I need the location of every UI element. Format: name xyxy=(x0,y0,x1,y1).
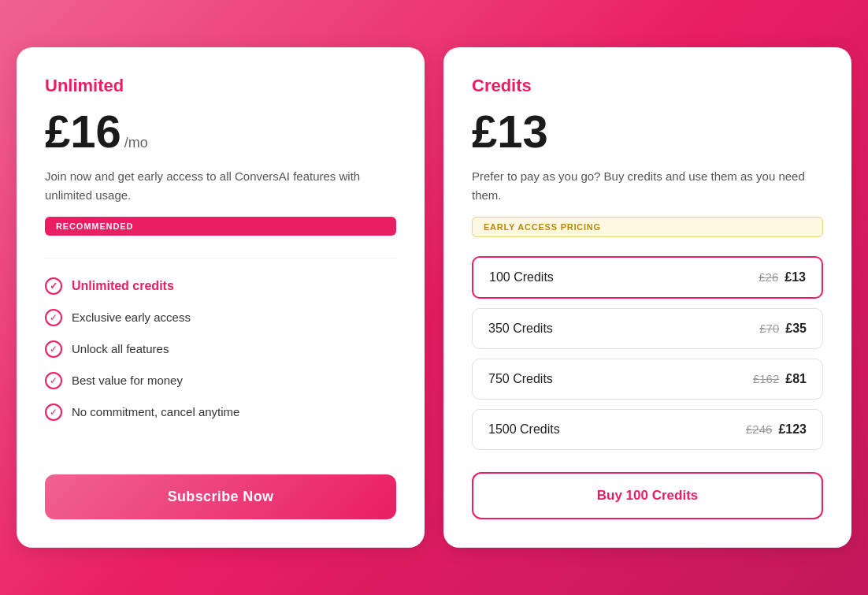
check-icon-5: ✓ xyxy=(45,403,62,421)
credit-option-750-new-price: £81 xyxy=(785,372,807,386)
check-icon-1: ✓ xyxy=(45,277,62,295)
feature-item-1: ✓ Unlimited credits xyxy=(45,277,396,295)
check-icon-3: ✓ xyxy=(45,340,62,358)
credit-option-350-new-price: £35 xyxy=(785,322,807,336)
credit-option-350[interactable]: 350 Credits £70 £35 xyxy=(472,308,823,349)
check-icon-4: ✓ xyxy=(45,372,62,389)
early-access-badge: EARLY ACCESS PRICING xyxy=(472,217,823,237)
credits-options-list: 100 Credits £26 £13 350 Credits £70 £35 … xyxy=(472,256,823,450)
feature-label-3: Unlock all features xyxy=(72,342,169,355)
buy-btn-suffix: Credits xyxy=(652,488,699,503)
feature-item-3: ✓ Unlock all features xyxy=(45,340,396,358)
unlimited-price-period: /mo xyxy=(124,135,148,151)
buy-btn-prefix: Buy xyxy=(597,488,622,503)
feature-label-2: Exclusive early access xyxy=(72,311,191,324)
recommended-badge: RECOMMENDED xyxy=(45,217,396,236)
buy-credits-button[interactable]: Buy 100 Credits xyxy=(472,472,823,519)
feature-label-1: Unlimited credits xyxy=(72,279,174,293)
check-icon-2: ✓ xyxy=(45,309,62,326)
credit-option-1500-old-price: £246 xyxy=(746,422,772,436)
credit-option-350-pricing: £70 £35 xyxy=(759,322,807,336)
card-divider xyxy=(45,258,396,258)
feature-label-5: No commitment, cancel anytime xyxy=(72,405,239,418)
credit-option-100-old-price: £26 xyxy=(759,270,778,284)
credit-option-750-old-price: £162 xyxy=(753,372,779,385)
credit-option-750[interactable]: 750 Credits £162 £81 xyxy=(472,359,823,400)
credit-option-100-new-price: £13 xyxy=(785,270,806,284)
credit-option-750-pricing: £162 £81 xyxy=(753,372,807,386)
credit-option-1500-new-price: £123 xyxy=(778,422,807,437)
credit-option-100[interactable]: 100 Credits £26 £13 xyxy=(472,256,823,299)
subscribe-now-button[interactable]: Subscribe Now xyxy=(45,474,396,519)
credit-option-100-pricing: £26 £13 xyxy=(759,270,806,284)
credits-price-row: £13 xyxy=(472,109,823,154)
credit-option-100-label: 100 Credits xyxy=(489,270,554,284)
unlimited-card-title: Unlimited xyxy=(45,76,396,96)
unlimited-price-row: £16 /mo xyxy=(45,109,396,154)
credit-option-750-label: 750 Credits xyxy=(488,372,553,386)
credit-option-350-old-price: £70 xyxy=(759,322,779,335)
pricing-container: Unlimited £16 /mo Join now and get early… xyxy=(17,47,851,548)
credit-option-1500-pricing: £246 £123 xyxy=(746,422,807,437)
feature-label-4: Best value for money xyxy=(72,374,183,387)
feature-item-2: ✓ Exclusive early access xyxy=(45,309,396,326)
feature-item-5: ✓ No commitment, cancel anytime xyxy=(45,403,396,421)
feature-item-4: ✓ Best value for money xyxy=(45,372,396,389)
unlimited-price-amount: £16 xyxy=(45,109,121,154)
credits-description: Prefer to pay as you go? Buy credits and… xyxy=(472,167,823,204)
credit-option-1500[interactable]: 1500 Credits £246 £123 xyxy=(472,409,823,450)
unlimited-description: Join now and get early access to all Con… xyxy=(45,167,396,204)
features-list: ✓ Unlimited credits ✓ Exclusive early ac… xyxy=(45,277,396,446)
credits-card-title: Credits xyxy=(472,76,823,96)
credit-option-1500-label: 1500 Credits xyxy=(488,422,560,437)
unlimited-card: Unlimited £16 /mo Join now and get early… xyxy=(17,47,425,548)
credit-option-350-label: 350 Credits xyxy=(488,322,553,336)
credits-card: Credits £13 Prefer to pay as you go? Buy… xyxy=(443,47,851,548)
credits-price-amount: £13 xyxy=(472,109,548,154)
buy-btn-amount: 100 xyxy=(626,488,648,503)
